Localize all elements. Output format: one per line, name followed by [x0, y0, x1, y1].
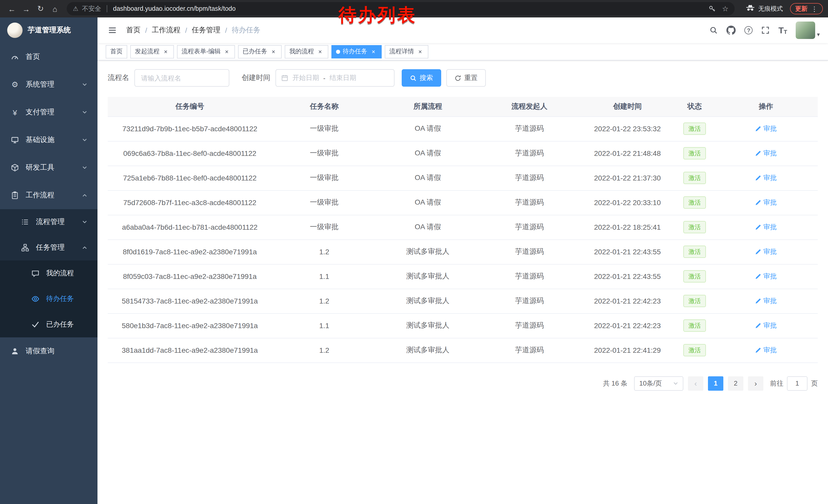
screen: ← → ↻ ⌂ ⚠ 不安全 dashboard.yudao.iocoder.cn…: [0, 0, 828, 504]
date-range-picker[interactable]: 开始日期 - 结束日期: [276, 69, 395, 87]
monitor-icon: [10, 136, 19, 144]
approve-link[interactable]: 审批: [755, 247, 777, 256]
back-icon[interactable]: ←: [5, 2, 18, 15]
font-size-icon[interactable]: TT: [779, 26, 787, 35]
approve-label: 审批: [763, 247, 777, 256]
home-icon[interactable]: ⌂: [48, 2, 61, 15]
cell-create-time: 2022-01-22 21:37:30: [580, 166, 675, 190]
breadcrumb-task-mgmt[interactable]: 任务管理: [192, 26, 220, 35]
cell-process: 测试多审批人: [377, 338, 479, 363]
sidebar-item-workflow[interactable]: 工作流程: [0, 182, 97, 209]
end-date-placeholder[interactable]: 结束日期: [330, 73, 356, 83]
status-badge: 激活: [683, 147, 706, 159]
breadcrumb-home[interactable]: 首页: [126, 26, 140, 35]
start-date-placeholder[interactable]: 开始日期: [292, 73, 319, 83]
sidebar-item-my-process[interactable]: 我的流程: [0, 261, 97, 286]
goto-page-input[interactable]: [787, 376, 808, 391]
cell-actions: 审批: [714, 190, 818, 215]
process-name-input[interactable]: [134, 69, 229, 87]
bookmark-star-icon[interactable]: ☆: [722, 5, 729, 13]
header-starter: 流程发起人: [479, 97, 580, 117]
approve-link[interactable]: 审批: [755, 124, 777, 133]
github-icon[interactable]: [727, 26, 736, 35]
incognito-label: 无痕模式: [758, 4, 783, 13]
cell-starter: 芋道源码: [479, 289, 580, 313]
tab-todo-task[interactable]: 待办任务 ×: [331, 45, 382, 58]
next-page-button[interactable]: ›: [748, 376, 763, 391]
approve-link[interactable]: 审批: [755, 272, 777, 281]
breadcrumb-workflow[interactable]: 工作流程: [152, 26, 180, 35]
sidebar-item-leave-query[interactable]: 请假查询: [0, 337, 97, 365]
tab-home[interactable]: 首页: [106, 45, 127, 58]
sidebar-item-process-mgmt[interactable]: 流程管理: [0, 209, 97, 235]
app-logo[interactable]: 芋道管理系统: [0, 17, 97, 43]
sidebar-item-infra[interactable]: 基础设施: [0, 126, 97, 154]
incognito-icon: [746, 5, 755, 13]
user-menu[interactable]: ▾: [796, 21, 820, 39]
chevron-down-icon: [82, 137, 87, 142]
close-icon[interactable]: ×: [417, 48, 424, 55]
sidebar-item-devtools[interactable]: 研发工具: [0, 154, 97, 182]
cell-starter: 芋道源码: [479, 141, 580, 166]
approve-link[interactable]: 审批: [755, 173, 777, 183]
approve-link[interactable]: 审批: [755, 321, 777, 330]
close-icon[interactable]: ×: [370, 48, 377, 55]
sidebar-item-payment[interactable]: ¥ 支付管理: [0, 98, 97, 126]
reset-button[interactable]: 重置: [446, 69, 486, 87]
page-button-1[interactable]: 1: [708, 376, 723, 391]
search-icon[interactable]: [710, 26, 718, 34]
reset-button-label: 重置: [464, 73, 478, 83]
sidebar-item-done-task[interactable]: 已办任务: [0, 312, 97, 337]
approve-link[interactable]: 审批: [755, 296, 777, 306]
close-icon[interactable]: ×: [270, 48, 277, 55]
table-row: 58154733-7ac8-11ec-a9e2-a2380e71991a 1.2…: [108, 289, 818, 313]
sidebar-item-todo-task[interactable]: 待办任务: [0, 286, 97, 312]
help-icon[interactable]: ?: [745, 26, 753, 34]
cell-actions: 审批: [714, 239, 818, 264]
tab-done-task[interactable]: 已办任务 ×: [238, 45, 282, 58]
caret-down-icon: ▾: [817, 31, 820, 38]
approve-label: 审批: [763, 272, 777, 281]
password-key-icon[interactable]: [709, 5, 716, 12]
search-button[interactable]: 搜索: [402, 69, 441, 87]
sidebar-item-system[interactable]: ⚙ 系统管理: [0, 71, 97, 98]
security-label[interactable]: 不安全: [82, 4, 101, 13]
close-icon[interactable]: ×: [223, 48, 230, 55]
close-icon[interactable]: ×: [317, 48, 324, 55]
tab-start-process[interactable]: 发起流程 ×: [130, 45, 174, 58]
cell-process: 测试多审批人: [377, 313, 479, 338]
page-size-select[interactable]: 10条/页: [634, 376, 683, 391]
tab-process-detail[interactable]: 流程详情 ×: [385, 45, 428, 58]
address-bar[interactable]: ⚠ 不安全 dashboard.yudao.iocoder.cn/bpm/tas…: [67, 2, 735, 15]
forward-icon[interactable]: →: [19, 2, 33, 15]
divider: [107, 5, 108, 12]
browser-update-button[interactable]: 更新 ⋮: [790, 3, 823, 14]
cell-task-id: 580e1b3d-7ac8-11ec-a9e2-a2380e71991a: [108, 313, 272, 338]
approve-link[interactable]: 审批: [755, 346, 777, 355]
prev-page-button[interactable]: ‹: [688, 376, 703, 391]
close-icon[interactable]: ×: [162, 48, 169, 55]
goto-unit: 页: [811, 379, 818, 388]
menu-label: 首页: [26, 52, 40, 61]
fullscreen-icon[interactable]: [761, 26, 770, 34]
browser-toolbar: ← → ↻ ⌂ ⚠ 不安全 dashboard.yudao.iocoder.cn…: [0, 0, 828, 17]
edit-icon: [755, 175, 761, 181]
page-button-2[interactable]: 2: [728, 376, 743, 391]
status-badge: 激活: [683, 172, 706, 184]
approve-link[interactable]: 审批: [755, 149, 777, 158]
sidebar-toggle-icon[interactable]: [106, 24, 119, 37]
cell-process: OA 请假: [377, 141, 479, 166]
approve-link[interactable]: 审批: [755, 198, 777, 207]
tab-my-process[interactable]: 我的流程 ×: [285, 45, 328, 58]
tab-process-form-edit[interactable]: 流程表单-编辑 ×: [177, 45, 235, 58]
app-frame: 芋道管理系统 首页 ⚙ 系统管理 ¥ 支付管理: [0, 17, 828, 504]
url-text[interactable]: dashboard.yudao.iocoder.cn/bpm/task/todo: [113, 5, 236, 12]
browser-menu-icon[interactable]: ⋮: [811, 5, 818, 12]
user-avatar[interactable]: [796, 21, 816, 39]
sidebar-item-home[interactable]: 首页: [0, 43, 97, 71]
sidebar-item-task-mgmt[interactable]: 任务管理: [0, 235, 97, 261]
reload-icon[interactable]: ↻: [34, 2, 47, 15]
approve-link[interactable]: 审批: [755, 223, 777, 232]
approve-label: 审批: [763, 296, 777, 306]
menu-label: 我的流程: [46, 269, 74, 278]
